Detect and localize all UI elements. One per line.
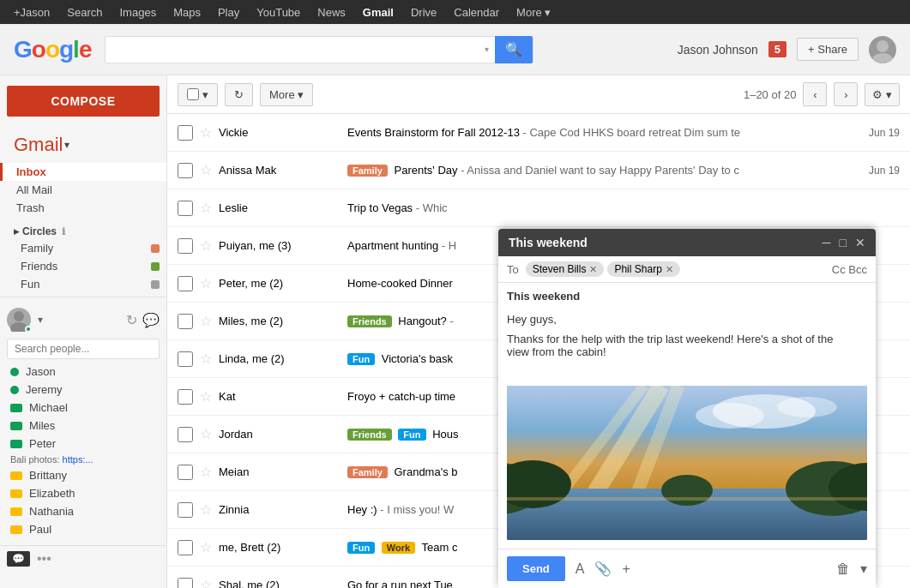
email-checkbox[interactable] <box>178 125 193 141</box>
font-icon[interactable]: A <box>576 561 585 577</box>
contact-paul[interactable]: Paul <box>7 520 160 538</box>
expand-icon[interactable]: □ <box>840 236 847 249</box>
topbar-youtube[interactable]: YouTube <box>250 4 307 21</box>
settings-button[interactable]: ⚙ ▾ <box>865 83 900 106</box>
email-checkbox[interactable] <box>178 351 193 367</box>
remove-recipient-steven[interactable]: ✕ <box>589 264 597 275</box>
label-fun[interactable]: Fun <box>347 542 375 554</box>
label-fun[interactable]: Fun <box>398 429 425 441</box>
gmail-dropdown[interactable]: ▾ <box>64 139 69 151</box>
compose-header[interactable]: This weekend ─ □ ✕ <box>498 229 876 256</box>
refresh-button[interactable]: ↻ <box>225 83 253 106</box>
topbar-news[interactable]: News <box>310 4 353 21</box>
star-icon[interactable]: ☆ <box>200 577 212 588</box>
email-checkbox[interactable] <box>178 502 193 518</box>
topbar-calendar[interactable]: Calendar <box>447 4 506 21</box>
topbar-more[interactable]: More ▾ <box>509 4 557 21</box>
chat-refresh-icon[interactable]: ↻ <box>126 312 137 328</box>
star-icon[interactable]: ☆ <box>200 464 212 480</box>
next-page-button[interactable]: › <box>834 82 858 106</box>
contact-jeremy[interactable]: Jeremy <box>7 381 160 399</box>
topbar-plus-jason[interactable]: +Jason <box>7 4 57 21</box>
more-actions-button[interactable]: More ▾ <box>260 83 313 106</box>
topbar-play[interactable]: Play <box>211 4 246 21</box>
circle-family[interactable]: Family <box>0 239 166 257</box>
email-row[interactable]: ☆ Leslie Trip to Vegas - Whic <box>167 189 910 227</box>
avatar[interactable] <box>869 36 896 63</box>
circles-heading[interactable]: ▸ Circles ℹ <box>0 220 166 239</box>
email-row[interactable]: ☆ Anissa Mak Family Parents' Day - Aniss… <box>167 152 910 189</box>
circle-friends[interactable]: Friends <box>0 257 166 275</box>
chat-bubble-icon[interactable]: 💬 <box>142 312 160 328</box>
cc-bcc[interactable]: Cc Bcc <box>832 263 867 276</box>
star-icon[interactable]: ☆ <box>200 124 212 141</box>
topbar-drive[interactable]: Drive <box>404 4 443 21</box>
select-all-checkbox[interactable] <box>187 88 199 100</box>
email-checkbox[interactable] <box>178 276 193 291</box>
email-checkbox[interactable] <box>178 465 193 480</box>
delete-icon[interactable]: 🗑 <box>836 561 850 577</box>
label-friends[interactable]: Friends <box>347 315 392 327</box>
label-work[interactable]: Work <box>382 542 415 554</box>
chat-more-icon[interactable]: ••• <box>37 551 51 567</box>
star-icon[interactable]: ☆ <box>200 200 212 216</box>
topbar-search[interactable]: Search <box>60 4 109 21</box>
remove-recipient-phil[interactable]: ✕ <box>666 264 673 275</box>
star-icon[interactable]: ☆ <box>200 162 212 178</box>
checkbox-arrow[interactable]: ▾ <box>202 88 208 101</box>
contact-miles[interactable]: Miles <box>7 417 160 435</box>
attachment-icon[interactable]: 📎 <box>594 561 612 577</box>
topbar-maps[interactable]: Maps <box>166 4 208 21</box>
chat-dropdown[interactable]: ▾ <box>38 314 43 326</box>
label-friends[interactable]: Friends <box>347 429 392 441</box>
chat-toggle[interactable]: 💬 <box>7 551 30 567</box>
star-icon[interactable]: ☆ <box>200 539 212 555</box>
contact-jason[interactable]: Jason <box>7 363 160 381</box>
send-button[interactable]: Send <box>507 556 565 581</box>
email-checkbox[interactable] <box>178 578 193 589</box>
more-options-icon[interactable]: ▾ <box>860 561 867 577</box>
star-icon[interactable]: ☆ <box>200 351 212 367</box>
close-icon[interactable]: ✕ <box>855 236 865 249</box>
contact-peter[interactable]: Peter <box>7 435 160 453</box>
topbar-images[interactable]: Images <box>113 4 164 21</box>
circle-fun[interactable]: Fun <box>0 275 166 293</box>
topbar-gmail[interactable]: Gmail <box>356 4 401 21</box>
email-checkbox[interactable] <box>178 389 193 405</box>
email-checkbox[interactable] <box>178 314 193 329</box>
star-icon[interactable]: ☆ <box>200 275 212 291</box>
contact-michael[interactable]: Michael <box>7 399 160 417</box>
star-icon[interactable]: ☆ <box>200 388 212 405</box>
email-checkbox[interactable] <box>178 163 193 178</box>
to-input[interactable] <box>684 263 829 276</box>
email-checkbox[interactable] <box>178 427 193 442</box>
share-button[interactable]: + Share <box>797 38 859 61</box>
checkbox-dropdown[interactable]: ▾ <box>178 83 218 106</box>
add-icon[interactable]: + <box>622 561 630 577</box>
contact-nathania[interactable]: Nathania <box>7 502 160 520</box>
compose-body[interactable]: This weekend Hey guys, Thanks for the he… <box>498 283 876 386</box>
bali-photos-link[interactable]: https:... <box>63 454 93 465</box>
email-checkbox[interactable] <box>178 201 193 216</box>
prev-page-button[interactable]: ‹ <box>803 82 827 106</box>
label-family[interactable]: Family <box>347 165 388 177</box>
compose-button[interactable]: COMPOSE <box>7 86 160 117</box>
contact-brittany[interactable]: Brittany <box>7 466 160 484</box>
sidebar-item-allmail[interactable]: All Mail <box>0 181 166 199</box>
search-people-input[interactable] <box>7 339 160 359</box>
email-row[interactable]: ☆ Vickie Events Brainstorm for Fall 2012… <box>167 114 910 152</box>
search-button[interactable]: 🔍 <box>495 36 533 63</box>
contact-elizabeth[interactable]: Elizabeth <box>7 484 160 502</box>
notification-badge[interactable]: 5 <box>768 41 786 57</box>
label-family[interactable]: Family <box>347 466 388 478</box>
star-icon[interactable]: ☆ <box>200 237 212 254</box>
minimize-icon[interactable]: ─ <box>823 236 831 249</box>
search-input[interactable] <box>105 43 478 57</box>
search-dropdown-icon[interactable]: ▾ <box>478 45 495 54</box>
star-icon[interactable]: ☆ <box>200 426 212 442</box>
email-checkbox[interactable] <box>178 540 193 555</box>
email-checkbox[interactable] <box>178 238 193 254</box>
sidebar-item-inbox[interactable]: Inbox <box>0 163 166 181</box>
star-icon[interactable]: ☆ <box>200 313 212 329</box>
label-fun[interactable]: Fun <box>347 353 375 365</box>
